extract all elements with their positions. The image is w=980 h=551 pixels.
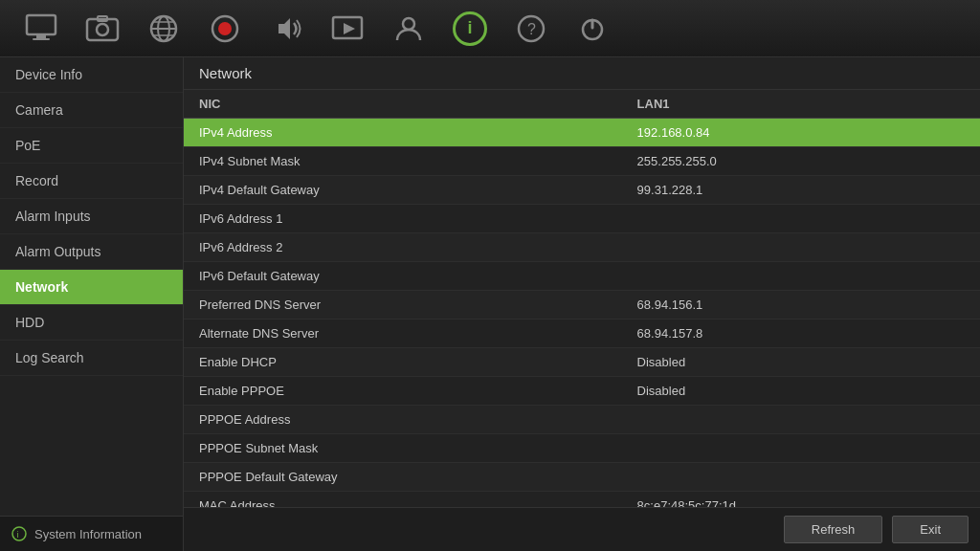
sidebar-item-network[interactable]: Network (0, 270, 183, 305)
sidebar: Device Info Camera PoE Record Alarm Inpu… (0, 57, 184, 551)
svg-text:?: ? (527, 21, 536, 37)
info-icon[interactable]: i (448, 7, 492, 51)
table-row[interactable]: Enable DHCPDisabled (184, 348, 980, 377)
exit-button[interactable]: Exit (892, 516, 969, 543)
table-row[interactable]: IPv4 Subnet Mask255.255.255.0 (184, 147, 980, 176)
svg-rect-1 (36, 34, 46, 38)
table-row[interactable]: IPv4 Default Gateway99.31.228.1 (184, 176, 980, 205)
svg-text:i: i (17, 530, 19, 540)
table-row[interactable]: Enable PPPOEDisabled (184, 377, 980, 406)
table-row[interactable]: IPv6 Address 2 (184, 233, 980, 262)
table-row[interactable]: IPv6 Address 1 (184, 205, 980, 233)
svg-point-20 (12, 527, 26, 540)
value-cell (622, 205, 980, 233)
svg-rect-0 (27, 15, 56, 34)
refresh-button[interactable]: Refresh (784, 516, 883, 543)
toolbar: i ? (0, 0, 980, 57)
property-cell: IPv4 Address (184, 119, 622, 147)
value-cell (622, 262, 980, 291)
value-cell (622, 233, 980, 262)
value-cell: 192.168.0.84 (622, 119, 980, 147)
power-icon[interactable] (570, 7, 614, 51)
value-cell: Disabled (622, 348, 980, 377)
property-cell: Enable PPPOE (184, 377, 622, 406)
table-scroll-area[interactable]: NIC LAN1 IPv4 Address192.168.0.84IPv4 Su… (184, 90, 980, 507)
sidebar-item-alarm-outputs[interactable]: Alarm Outputs (0, 234, 183, 270)
value-cell: Disabled (622, 377, 980, 406)
property-cell: IPv6 Address 2 (184, 233, 622, 262)
system-info-icon: i (11, 526, 27, 541)
property-cell: PPPOE Address (184, 406, 622, 434)
property-cell: Alternate DNS Server (184, 320, 622, 348)
system-info-label: System Information (34, 527, 142, 541)
value-cell: 8c:e7:48:5c:77:1d (622, 492, 980, 508)
value-cell (622, 406, 980, 434)
value-cell: 99.31.228.1 (622, 176, 980, 205)
playback-icon[interactable] (325, 7, 369, 51)
property-cell: IPv4 Subnet Mask (184, 147, 622, 176)
table-row[interactable]: Alternate DNS Server68.94.157.8 (184, 320, 980, 348)
table-row[interactable]: Preferred DNS Server68.94.156.1 (184, 291, 980, 320)
sidebar-item-record[interactable]: Record (0, 164, 183, 199)
value-cell (622, 434, 980, 463)
svg-rect-3 (87, 19, 118, 40)
svg-marker-14 (344, 23, 355, 34)
table-row[interactable]: PPPOE Default Gateway (184, 463, 980, 492)
system-info-bar: i System Information (0, 516, 183, 551)
property-cell: MAC Address (184, 492, 622, 508)
value-cell: 68.94.157.8 (622, 320, 980, 348)
property-cell: PPPOE Default Gateway (184, 463, 622, 492)
main-area: Device Info Camera PoE Record Alarm Inpu… (0, 57, 980, 551)
col-property-header: NIC (184, 90, 622, 119)
globe-icon[interactable] (142, 7, 186, 51)
user-icon[interactable] (387, 7, 431, 51)
content-title: Network (184, 57, 980, 90)
info-symbol: i (453, 11, 487, 46)
content-footer: Refresh Exit (184, 507, 980, 551)
network-settings-table: NIC LAN1 IPv4 Address192.168.0.84IPv4 Su… (184, 90, 980, 507)
value-cell: 255.255.255.0 (622, 147, 980, 176)
table-row[interactable]: IPv6 Default Gateway (184, 262, 980, 291)
network-table-body: IPv4 Address192.168.0.84IPv4 Subnet Mask… (184, 119, 980, 508)
property-cell: IPv4 Default Gateway (184, 176, 622, 205)
sidebar-item-hdd[interactable]: HDD (0, 305, 183, 341)
col-value-header: LAN1 (622, 90, 980, 119)
property-cell: Enable DHCP (184, 348, 622, 377)
svg-rect-2 (33, 38, 50, 40)
table-row[interactable]: PPPOE Subnet Mask (184, 434, 980, 463)
svg-point-4 (97, 24, 108, 35)
audio-icon[interactable] (264, 7, 308, 51)
property-cell: Preferred DNS Server (184, 291, 622, 320)
sidebar-item-alarm-inputs[interactable]: Alarm Inputs (0, 199, 183, 234)
table-row[interactable]: MAC Address8c:e7:48:5c:77:1d (184, 492, 980, 508)
sidebar-item-log-search[interactable]: Log Search (0, 341, 183, 376)
svg-point-15 (403, 18, 414, 30)
content-area: Network NIC LAN1 IPv4 Address192.168.0.8… (184, 57, 980, 551)
sidebar-item-poe[interactable]: PoE (0, 128, 183, 164)
property-cell: IPv6 Address 1 (184, 205, 622, 233)
table-header-row: NIC LAN1 (184, 90, 980, 119)
value-cell (622, 463, 980, 492)
property-cell: PPPOE Subnet Mask (184, 434, 622, 463)
monitor-icon[interactable] (19, 7, 63, 51)
svg-point-12 (218, 22, 232, 35)
record-icon[interactable] (203, 7, 247, 51)
help-icon[interactable]: ? (509, 7, 553, 51)
network-table-area: NIC LAN1 IPv4 Address192.168.0.84IPv4 Su… (184, 90, 980, 507)
table-row[interactable]: IPv4 Address192.168.0.84 (184, 119, 980, 147)
value-cell: 68.94.156.1 (622, 291, 980, 320)
sidebar-item-device-info[interactable]: Device Info (0, 57, 183, 93)
property-cell: IPv6 Default Gateway (184, 262, 622, 291)
camera-icon[interactable] (80, 7, 124, 51)
sidebar-item-camera[interactable]: Camera (0, 93, 183, 128)
table-row[interactable]: PPPOE Address (184, 406, 980, 434)
